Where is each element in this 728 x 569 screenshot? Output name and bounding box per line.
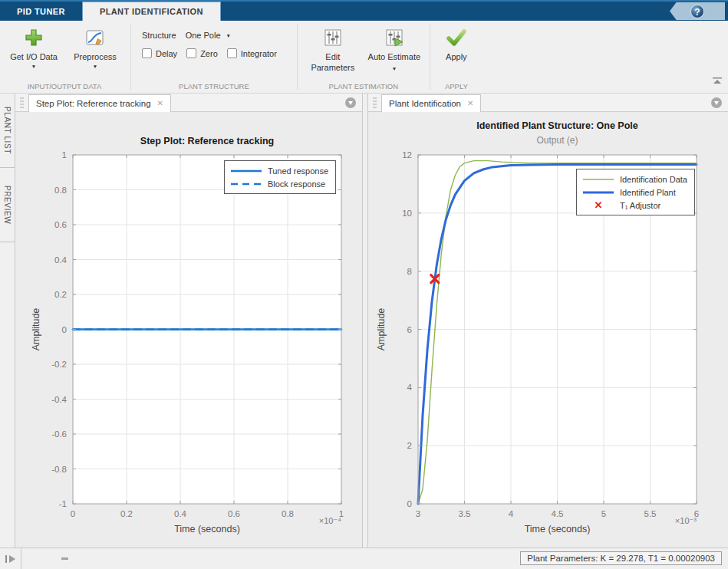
toolbar-separator [130, 24, 131, 90]
svg-text:4: 4 [509, 509, 514, 518]
panel-options-button[interactable] [345, 97, 356, 108]
group-label-input-output: INPUT/OUTPUT DATA [0, 82, 129, 90]
svg-text:-0.2: -0.2 [51, 360, 67, 369]
svg-text:5.5: 5.5 [644, 509, 657, 518]
help-button[interactable]: ? [670, 2, 725, 20]
legend-line-sample [582, 189, 614, 196]
svg-text:0: 0 [407, 499, 412, 508]
structure-dropdown[interactable]: One Pole [186, 31, 221, 40]
collapse-toolstrip-button[interactable] [713, 74, 722, 87]
x-axis-exponent: ×10⁻³ [675, 516, 697, 526]
apply-check-icon [446, 26, 467, 49]
svg-text:5: 5 [601, 509, 606, 518]
tab-step-plot[interactable]: Step Plot: Reference tracking ✕ [28, 94, 171, 112]
integrator-checkbox[interactable] [227, 48, 237, 58]
chevron-down-icon [348, 101, 353, 105]
apply-button[interactable]: Apply [435, 21, 478, 81]
svg-text:0.4: 0.4 [174, 509, 187, 518]
legend-line-sample [230, 181, 262, 187]
close-icon[interactable]: ✕ [467, 99, 473, 107]
svg-text:1: 1 [62, 150, 67, 160]
get-io-data-label: Get I/O Data [10, 51, 58, 62]
step-plot-figure: 00.20.40.60.81-1-0.8-0.6-0.4-0.200.20.40… [15, 112, 362, 548]
group-apply: Apply APPLY [432, 21, 481, 93]
get-io-data-button[interactable]: Get I/O Data ▼ [3, 21, 64, 81]
legend-entry: Identified Plant [582, 186, 687, 199]
structure-label: Structure [142, 31, 176, 40]
svg-text:4.5: 4.5 [552, 509, 564, 518]
toolstrip-tab-bar: PID TUNER PLANT IDENTIFICATION ? [0, 0, 728, 21]
expand-panel-icon[interactable] [0, 548, 21, 569]
svg-text:0.6: 0.6 [54, 220, 67, 229]
group-plant-estimation: Edit Parameters Auto Estimate ▼ PLANT ES… [299, 21, 428, 93]
preprocess-label: Preprocess [74, 51, 117, 62]
zero-checkbox-label[interactable]: Zero [200, 49, 218, 58]
plant-identification-figure: 33.544.555.56024681012Time (seconds)Ampl… [368, 112, 728, 548]
svg-text:3: 3 [416, 509, 420, 518]
svg-text:-0.6: -0.6 [51, 429, 67, 439]
legend-line-sample [230, 168, 262, 174]
rail-tab-plant-list[interactable]: PLANT LIST [0, 94, 15, 168]
drag-handle[interactable] [20, 97, 24, 108]
step-plot-legend[interactable]: Tuned response Block response [224, 160, 336, 194]
status-handle [61, 557, 68, 560]
integrator-checkbox-label[interactable]: Integrator [241, 49, 277, 58]
dropdown-arrow-icon: ▼ [392, 66, 397, 71]
legend-entry: ✕ T₁ Adjustor [582, 199, 687, 212]
tab-step-plot-label: Step Plot: Reference tracking [36, 99, 151, 108]
svg-text:0.2: 0.2 [120, 509, 133, 518]
auto-estimate-button[interactable]: Auto Estimate ▼ [364, 21, 425, 81]
svg-text:6: 6 [407, 325, 412, 334]
svg-text:4: 4 [407, 383, 413, 392]
group-label-plant-structure: PLANT STRUCTURE [133, 82, 295, 90]
svg-text:0.8: 0.8 [54, 186, 67, 195]
plant-plot-subtitle: Output (e) [418, 135, 697, 146]
svg-text:0.4: 0.4 [54, 255, 68, 265]
tab-plant-identification-doc[interactable]: Plant Identification ✕ [381, 94, 481, 112]
help-icon: ? [690, 5, 704, 18]
toolbar-separator [297, 24, 298, 90]
edit-parameters-button[interactable]: Edit Parameters [302, 21, 364, 81]
plant-plot-legend[interactable]: Identification Data Identified Plant ✕ T… [576, 169, 695, 215]
legend-line-sample [582, 176, 614, 183]
svg-text:0.2: 0.2 [54, 290, 67, 299]
add-data-icon [24, 26, 44, 49]
delay-checkbox[interactable] [142, 48, 152, 58]
svg-text:Amplitude: Amplitude [376, 308, 387, 351]
svg-text:2: 2 [407, 441, 412, 450]
step-plot-title: Step Plot: Reference tracking [73, 136, 341, 146]
drag-handle[interactable] [373, 97, 377, 108]
svg-text:0: 0 [71, 509, 75, 518]
apply-label: Apply [446, 51, 467, 62]
legend-entry: Identification Data [582, 173, 687, 186]
step-plot-tabbar: Step Plot: Reference tracking ✕ [15, 94, 362, 112]
svg-text:-0.4: -0.4 [51, 395, 67, 404]
group-input-output-data: Get I/O Data ▼ Preprocess ▼ INPUT/OUTPUT… [0, 21, 129, 93]
toolbar-separator [430, 24, 430, 90]
auto-estimate-label: Auto Estimate [368, 52, 420, 61]
preprocess-icon [85, 26, 105, 49]
panel-splitter[interactable] [362, 94, 368, 548]
left-rail: PLANT LIST PREVIEW [0, 94, 15, 548]
plant-parameters-status: Plant Parameters: K = 29.278, T1 = 0.000… [520, 551, 722, 565]
tab-plant-identification-label: Plant Identification [389, 99, 461, 108]
close-icon[interactable]: ✕ [157, 99, 163, 107]
delay-checkbox-label[interactable]: Delay [156, 49, 177, 58]
preprocess-button[interactable]: Preprocess ▼ [64, 21, 126, 81]
step-plot-panel: Step Plot: Reference tracking ✕ 00.20.40… [15, 94, 362, 548]
tab-pid-tuner[interactable]: PID TUNER [0, 2, 82, 21]
edit-parameters-label: Edit Parameters [307, 51, 359, 73]
legend-entry: Tuned response [230, 164, 328, 177]
panel-options-button[interactable] [711, 97, 722, 108]
status-bar: Plant Parameters: K = 29.278, T1 = 0.000… [0, 548, 728, 569]
svg-text:Time (seconds): Time (seconds) [174, 524, 240, 534]
tab-plant-identification[interactable]: PLANT IDENTIFICATION [82, 2, 221, 21]
sliders-icon [323, 26, 343, 49]
rail-tab-preview[interactable]: PREVIEW [0, 168, 15, 242]
plant-identification-panel: Plant Identification ✕ 33.544.555.560246… [368, 94, 728, 548]
group-plant-structure: Structure One Pole ▼ Delay Zero Integrat… [133, 21, 295, 93]
chevron-down-icon[interactable]: ▼ [226, 33, 231, 38]
plant-plot-title: Identified Plant Structure: One Pole [418, 120, 697, 131]
zero-checkbox[interactable] [186, 48, 196, 58]
dropdown-arrow-icon: ▼ [93, 64, 97, 69]
